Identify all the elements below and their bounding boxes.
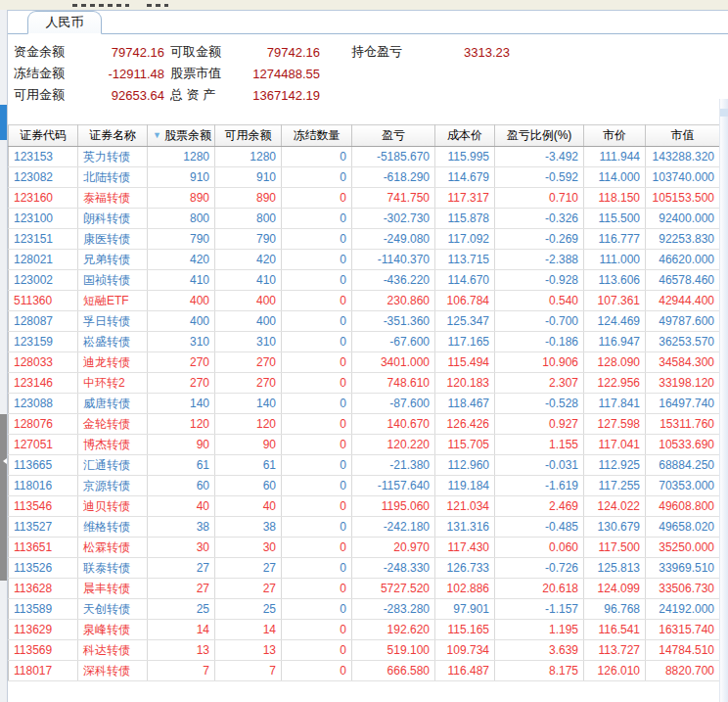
cell-cost: 112.960: [435, 455, 495, 476]
table-row-123082[interactable]: 123082北陆转债9109100-618.290114.679-0.59211…: [9, 167, 720, 188]
column-header-code[interactable]: 证券代码: [9, 125, 78, 147]
column-header-cost[interactable]: 成本价: [435, 125, 495, 147]
table-row-123160[interactable]: 123160泰福转债8908900741.750117.3170.710118.…: [9, 188, 720, 209]
cell-pnl_pct: 0.060: [495, 538, 584, 558]
cell-frozen: 0: [282, 414, 352, 435]
cell-pnl_pct: -0.326: [495, 209, 584, 229]
cell-price: 117.255: [584, 476, 646, 496]
cell-available: 270: [215, 373, 282, 394]
table-row-127051[interactable]: 127051博杰转债90900120.220115.7051.155117.04…: [9, 435, 720, 455]
cell-name: 短融ETF: [78, 291, 148, 311]
table-row-113651[interactable]: 113651松霖转债3030020.970117.4300.060117.500…: [9, 538, 720, 558]
summary-value: 3313.23: [420, 45, 510, 60]
cell-balance: 270: [148, 352, 215, 373]
cell-balance: 27: [148, 579, 215, 599]
cell-market_value: 33506.730: [646, 579, 720, 599]
table-row-113527[interactable]: 113527维格转债38380-242.180131.316-0.485130.…: [9, 517, 720, 538]
cell-frozen: 0: [282, 250, 352, 270]
table-row-123153[interactable]: 123153英力转债128012800-5185.670115.995-3.49…: [9, 147, 720, 167]
cell-frozen: 0: [282, 373, 352, 394]
cell-pnl: 666.580: [352, 661, 435, 681]
cell-frozen: 0: [282, 620, 352, 640]
cell-pnl_pct: 1.195: [495, 620, 584, 640]
table-row-128087[interactable]: 128087孚日转债4004000-351.360125.347-0.70012…: [9, 311, 720, 332]
cell-frozen: 0: [282, 558, 352, 579]
cell-name: 北陆转债: [78, 167, 148, 188]
cell-market_value: 35250.000: [646, 538, 720, 558]
cell-cost: 126.426: [435, 414, 495, 435]
cell-frozen: 0: [282, 579, 352, 599]
table-row-128021[interactable]: 128021兄弟转债4204200-1140.370113.715-2.3881…: [9, 250, 720, 270]
cell-name: 晨丰转债: [78, 579, 148, 599]
summary-row: 冻结金额-12911.48股票市值1274488.55: [8, 63, 728, 84]
column-header-name[interactable]: 证券名称: [78, 125, 148, 147]
cell-pnl: -436.220: [352, 270, 435, 291]
table-row-123159[interactable]: 123159崧盛转债3103100-67.600117.165-0.186116…: [9, 332, 720, 352]
cell-balance: 420: [148, 250, 215, 270]
cell-balance: 400: [148, 291, 215, 311]
cell-balance: 270: [148, 373, 215, 394]
cell-frozen: 0: [282, 291, 352, 311]
cell-code: 123151: [9, 229, 78, 250]
cell-name: 泉峰转债: [78, 620, 148, 640]
tab-rmb[interactable]: 人民币: [27, 11, 102, 34]
cell-market_value: 68884.250: [646, 455, 720, 476]
cell-code: 113665: [9, 455, 78, 476]
cell-price: 124.099: [584, 579, 646, 599]
column-header-balance[interactable]: ▼股票余额: [148, 125, 215, 147]
column-header-price[interactable]: 市价: [584, 125, 646, 147]
cell-cost: 117.317: [435, 188, 495, 209]
table-row-123088[interactable]: 123088威唐转债1401400-87.600118.467-0.528117…: [9, 394, 720, 414]
cell-name: 泰福转债: [78, 188, 148, 209]
cell-available: 420: [215, 250, 282, 270]
cell-name: 迪贝转债: [78, 496, 148, 517]
table-row-113569[interactable]: 113569科达转债13130519.100109.7343.639113.72…: [9, 640, 720, 661]
table-row-113526[interactable]: 113526联泰转债27270-248.330126.733-0.726125.…: [9, 558, 720, 579]
table-row-128033[interactable]: 128033迪龙转债27027003401.000115.49410.90612…: [9, 352, 720, 373]
table-row-118017[interactable]: 118017深科转债770666.580116.4878.175126.0108…: [9, 661, 720, 681]
cell-code: 123153: [9, 147, 78, 167]
cell-pnl: -302.730: [352, 209, 435, 229]
column-header-frozen[interactable]: 冻结数量: [282, 125, 352, 147]
cell-name: 汇通转债: [78, 455, 148, 476]
table-row-123146[interactable]: 123146中环转22702700748.610120.1832.307122.…: [9, 373, 720, 394]
cell-pnl_pct: -0.700: [495, 311, 584, 332]
column-header-label: 成本价: [447, 128, 482, 142]
table-row-128076[interactable]: 128076金轮转债1201200140.670126.4260.927127.…: [9, 414, 720, 435]
column-header-available[interactable]: 可用余额: [215, 125, 282, 147]
summary-label: 冻结金额: [14, 65, 82, 82]
cell-balance: 120: [148, 414, 215, 435]
cell-cost: 116.487: [435, 661, 495, 681]
column-header-pnl[interactable]: 盈亏: [352, 125, 435, 147]
cell-name: 深科转债: [78, 661, 148, 681]
cell-pnl_pct: 0.540: [495, 291, 584, 311]
cell-available: 14: [215, 620, 282, 640]
table-row-123100[interactable]: 123100朗科转债8008000-302.730115.878-0.32611…: [9, 209, 720, 229]
cell-price: 113.606: [584, 270, 646, 291]
table-row-511360[interactable]: 511360短融ETF4004000230.860106.7840.540107…: [9, 291, 720, 311]
table-row-113546[interactable]: 113546迪贝转债404001195.060121.0342.469124.0…: [9, 496, 720, 517]
table-row-123151[interactable]: 123151康医转债7907900-249.080117.092-0.26911…: [9, 229, 720, 250]
table-row-113629[interactable]: 113629泉峰转债14140192.620115.1651.195116.54…: [9, 620, 720, 640]
clipped-text-remnant: [72, 4, 129, 7]
cell-price: 111.944: [584, 147, 646, 167]
table-row-113628[interactable]: 113628晨丰转债272705727.520102.88620.618124.…: [9, 579, 720, 599]
table-row-113665[interactable]: 113665汇通转债61610-21.380112.960-0.031112.9…: [9, 455, 720, 476]
cell-cost: 125.347: [435, 311, 495, 332]
cell-frozen: 0: [282, 167, 352, 188]
cell-market_value: 10533.690: [646, 435, 720, 455]
tab-strip: 人民币: [8, 11, 728, 34]
column-header-label: 证券名称: [89, 128, 136, 142]
table-row-118016[interactable]: 118016京源转债60600-1157.640119.184-1.619117…: [9, 476, 720, 496]
table-row-123002[interactable]: 123002国祯转债4104100-436.220114.670-0.92811…: [9, 270, 720, 291]
cell-pnl: 519.100: [352, 640, 435, 661]
cell-market_value: 42944.400: [646, 291, 720, 311]
splitter-collapse-handle[interactable]: [0, 414, 7, 581]
vertical-scrollbar-track[interactable]: [719, 99, 728, 702]
summary-value: 79742.16: [82, 45, 164, 60]
cell-balance: 27: [148, 558, 215, 579]
column-header-pnl_pct[interactable]: 盈亏比例(%): [495, 125, 584, 147]
column-header-market_value[interactable]: 市值: [646, 125, 720, 147]
cell-price: 118.150: [584, 188, 646, 209]
table-row-113589[interactable]: 113589天创转债25250-283.28097.901-1.15796.76…: [9, 599, 720, 620]
